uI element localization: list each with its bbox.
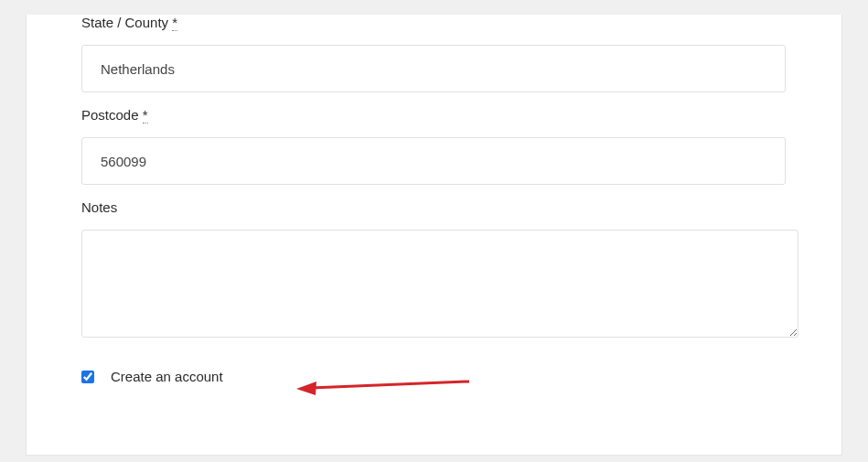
postcode-label-text: Postcode xyxy=(81,107,143,123)
required-star: * xyxy=(172,15,177,31)
form-card: State / County * Postcode * Notes Create… xyxy=(26,15,842,456)
state-label-text: State / County xyxy=(81,15,172,30)
required-star: * xyxy=(143,107,148,124)
postcode-label: Postcode * xyxy=(81,107,787,123)
notes-group: Notes xyxy=(81,199,787,341)
create-account-label: Create an account xyxy=(111,369,223,384)
state-input[interactable] xyxy=(81,45,786,92)
create-account-row: Create an account xyxy=(81,369,787,384)
postcode-input[interactable] xyxy=(81,137,786,185)
state-group: State / County * xyxy=(81,15,787,92)
state-label: State / County * xyxy=(81,15,787,30)
postcode-group: Postcode * xyxy=(81,107,787,185)
create-account-checkbox[interactable] xyxy=(81,371,94,383)
notes-label: Notes xyxy=(81,199,787,215)
notes-textarea[interactable] xyxy=(81,230,798,338)
